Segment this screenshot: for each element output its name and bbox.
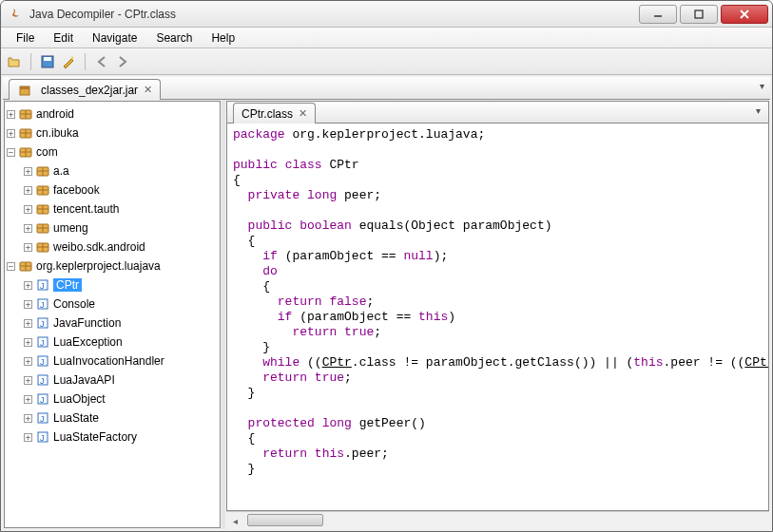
- tree-node-package[interactable]: + cn.ibuka: [7, 124, 218, 142]
- expand-icon[interactable]: +: [7, 129, 15, 138]
- collapse-icon[interactable]: −: [7, 148, 15, 157]
- close-icon[interactable]: ✕: [144, 84, 152, 96]
- class-icon: J: [35, 391, 50, 407]
- package-icon: [18, 125, 33, 141]
- close-icon[interactable]: ✕: [299, 107, 307, 120]
- tree-node-package[interactable]: + umeng: [7, 218, 218, 238]
- svg-text:J: J: [40, 281, 45, 291]
- expand-icon[interactable]: +: [24, 281, 32, 290]
- tree-label: LuaObject: [53, 392, 106, 406]
- tree-node-class-selected[interactable]: + J CPtr: [7, 276, 218, 294]
- expand-icon[interactable]: +: [24, 376, 32, 385]
- expand-icon[interactable]: +: [24, 414, 32, 423]
- tree-label: tencent.tauth: [53, 202, 119, 216]
- tree-node-class[interactable]: + J Console: [7, 294, 218, 314]
- collapse-icon[interactable]: −: [7, 262, 15, 271]
- tree-node-class[interactable]: + J LuaJavaAPI: [7, 370, 218, 390]
- class-icon: J: [35, 410, 50, 426]
- scrollbar-thumb[interactable]: [247, 514, 323, 526]
- tree-node-class[interactable]: + J LuaException: [7, 332, 218, 352]
- save-icon[interactable]: [40, 54, 55, 69]
- svg-text:J: J: [40, 357, 45, 367]
- class-icon: J: [35, 334, 50, 350]
- expand-icon[interactable]: +: [24, 224, 32, 233]
- chevron-down-icon[interactable]: ▾: [756, 105, 761, 116]
- class-icon: J: [35, 429, 50, 445]
- tree-label: JavaFunction: [53, 316, 121, 330]
- tree-node-package[interactable]: + facebook: [7, 180, 218, 200]
- tree-node-class[interactable]: + J JavaFunction: [7, 314, 218, 332]
- tab-class-label: CPtr.class: [242, 107, 293, 121]
- expand-icon[interactable]: +: [24, 395, 32, 404]
- expand-icon[interactable]: +: [24, 319, 32, 328]
- class-icon: J: [35, 353, 50, 369]
- expand-icon[interactable]: +: [24, 300, 32, 309]
- open-file-icon[interactable]: [7, 54, 22, 69]
- source-editor[interactable]: package org.keplerproject.luajava; publi…: [226, 124, 769, 511]
- class-icon: J: [35, 296, 50, 312]
- tab-jar[interactable]: classes_dex2jar.jar ✕: [9, 79, 161, 100]
- tree-node-class[interactable]: + J LuaState: [7, 408, 218, 428]
- tree-node-package[interactable]: + tencent.tauth: [7, 200, 218, 218]
- menu-search[interactable]: Search: [146, 29, 202, 47]
- expand-icon[interactable]: +: [24, 243, 32, 252]
- expand-icon[interactable]: +: [24, 338, 32, 347]
- class-icon: J: [35, 372, 50, 388]
- menu-help[interactable]: Help: [202, 29, 244, 47]
- tree-node-package[interactable]: + android: [7, 104, 218, 124]
- close-button[interactable]: [721, 5, 768, 24]
- tree-label: LuaException: [53, 335, 123, 349]
- back-icon[interactable]: [94, 54, 109, 69]
- tab-jar-label: classes_dex2jar.jar: [41, 84, 138, 97]
- menubar: File Edit Navigate Search Help: [1, 28, 772, 48]
- vertical-splitter[interactable]: [222, 100, 225, 529]
- svg-text:J: J: [40, 338, 45, 348]
- tree-node-package[interactable]: + weibo.sdk.android: [7, 238, 218, 256]
- svg-text:J: J: [40, 433, 45, 443]
- package-icon: [35, 182, 50, 198]
- tree-node-package[interactable]: − com: [7, 142, 218, 162]
- class-icon: J: [35, 315, 50, 331]
- menu-navigate[interactable]: Navigate: [83, 29, 146, 47]
- expand-icon[interactable]: +: [24, 357, 32, 366]
- expand-icon[interactable]: +: [7, 110, 15, 119]
- forward-icon[interactable]: [115, 54, 130, 69]
- svg-text:J: J: [40, 319, 45, 329]
- menu-file[interactable]: File: [7, 29, 44, 47]
- tree-node-class[interactable]: + J LuaStateFactory: [7, 428, 218, 446]
- expand-icon[interactable]: +: [24, 205, 32, 214]
- svg-rect-3: [44, 57, 51, 61]
- expand-icon[interactable]: +: [24, 186, 32, 195]
- tree-label: com: [36, 145, 58, 159]
- tree-label: weibo.sdk.android: [53, 240, 145, 254]
- toolbar: [1, 48, 772, 75]
- expand-icon[interactable]: +: [24, 433, 32, 442]
- svg-point-4: [71, 56, 74, 59]
- tree-node-package[interactable]: + a.a: [7, 162, 218, 180]
- menu-edit[interactable]: Edit: [44, 29, 83, 47]
- window-titlebar: Java Decompiler - CPtr.class: [1, 1, 772, 28]
- horizontal-scrollbar[interactable]: ◂: [226, 511, 769, 528]
- tree-label: LuaState: [53, 411, 99, 425]
- tree-label: LuaJavaAPI: [53, 373, 115, 387]
- tree-node-package[interactable]: − org.keplerproject.luajava: [7, 256, 218, 276]
- package-icon: [18, 106, 33, 122]
- chevron-down-icon[interactable]: ▾: [760, 81, 764, 91]
- expand-icon[interactable]: +: [24, 167, 32, 176]
- tree-label: facebook: [53, 183, 100, 197]
- tab-class[interactable]: CPtr.class ✕: [233, 103, 316, 124]
- minimize-button[interactable]: [639, 5, 677, 24]
- package-tree[interactable]: + android + cn.ibuka − com: [4, 101, 221, 528]
- tree-node-class[interactable]: + J LuaObject: [7, 390, 218, 408]
- scroll-left-icon[interactable]: ◂: [226, 512, 243, 529]
- class-icon: J: [35, 277, 50, 293]
- tree-node-class[interactable]: + J LuaInvocationHandler: [7, 352, 218, 370]
- maximize-button[interactable]: [680, 5, 718, 24]
- svg-rect-6: [20, 86, 29, 89]
- wand-icon[interactable]: [61, 54, 76, 69]
- svg-text:J: J: [40, 414, 45, 424]
- toolbar-separator: [85, 53, 86, 70]
- main-frame: classes_dex2jar.jar ✕ ▾ + android + cn.i…: [1, 75, 772, 531]
- jar-tabbar: classes_dex2jar.jar ✕ ▾: [3, 77, 770, 100]
- tree-label: CPtr: [53, 278, 82, 292]
